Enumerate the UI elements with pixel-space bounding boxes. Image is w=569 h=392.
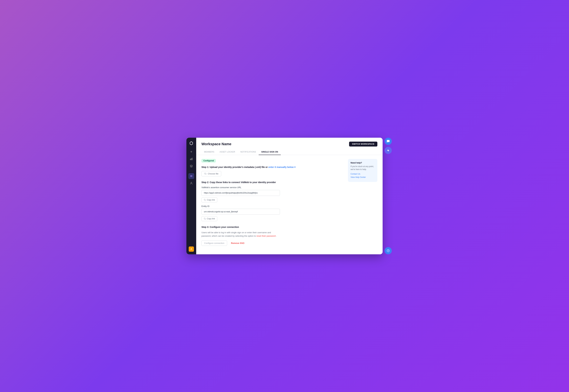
sidebar-item-integrations[interactable] xyxy=(188,173,194,179)
tab-bar: MEMBERS ASSET LOCKER NOTIFICATIONS SINGL… xyxy=(196,149,383,155)
svg-rect-4 xyxy=(192,158,193,160)
tab-single-sign-on[interactable]: SINGLE SIGN ON xyxy=(259,149,281,155)
chat-icon-button[interactable] xyxy=(385,138,392,145)
configured-badge: Configured xyxy=(201,159,216,163)
tab-members[interactable]: MEMBERS xyxy=(201,149,217,155)
page-header: Workspace Name SWITCH WORKSPACE xyxy=(196,138,383,147)
form-area: Configured Step 1: Upload your identity … xyxy=(201,159,344,250)
step3-description: Users will be able to log in with single… xyxy=(201,231,280,238)
consumer-url-field: VidMob's assertion consumer service URL … xyxy=(201,186,344,202)
body-area: Configured Step 1: Upload your identity … xyxy=(196,155,383,254)
sidebar-logo[interactable] xyxy=(188,140,194,146)
step2-title: Step 2: Copy these links to connect VidM… xyxy=(201,181,344,183)
step3-title: Step 3: Configure your connection xyxy=(201,226,344,228)
help-panel: Need help? If you're stuck at any point,… xyxy=(348,159,377,182)
svg-marker-14 xyxy=(387,149,389,152)
sidebar: A xyxy=(186,138,196,254)
step1-title: Step 1: Upload your identity provider's … xyxy=(201,166,344,168)
entity-id-field: Entity ID Copy link xyxy=(201,205,344,221)
copy-icon-2 xyxy=(204,218,206,220)
enter-manually-link[interactable]: enter it manually below xyxy=(268,166,294,168)
help-title: Need help? xyxy=(351,162,375,164)
copy-icon-1 xyxy=(204,199,206,201)
help-description: If you're stuck at any point, we're here… xyxy=(351,165,375,171)
view-help-center-link[interactable]: View Help Center xyxy=(351,176,375,178)
choose-file-button[interactable]: Choose file xyxy=(201,171,221,176)
content-area: Workspace Name SWITCH WORKSPACE MEMBERS … xyxy=(196,138,383,254)
upload-icon xyxy=(204,173,207,175)
step1-section: Step 1: Upload your identity provider's … xyxy=(201,166,344,176)
remove-sso-button[interactable]: Remove SSO xyxy=(230,241,245,246)
step3-actions: Configure connection Remove SSO xyxy=(201,240,344,246)
step3-section: Step 3: Configure your connection Users … xyxy=(201,226,344,246)
sidebar-item-add[interactable] xyxy=(188,149,194,155)
lightning-icon xyxy=(387,149,390,152)
logo-icon xyxy=(189,141,194,146)
sidebar-item-analytics[interactable] xyxy=(188,156,194,162)
switch-workspace-button[interactable]: SWITCH WORKSPACE xyxy=(349,142,377,147)
consumer-url-input[interactable] xyxy=(201,190,280,196)
copy-link-button-1[interactable]: Copy link xyxy=(201,197,217,202)
entity-id-input[interactable] xyxy=(201,209,280,215)
sidebar-divider xyxy=(189,171,194,171)
consumer-url-label: VidMob's assertion consumer service URL xyxy=(201,186,344,189)
svg-point-10 xyxy=(191,182,192,183)
contact-us-link[interactable]: Contact Us xyxy=(351,173,375,175)
reset-password-link[interactable]: reset their password xyxy=(256,235,276,237)
tab-notifications[interactable]: NOTIFICATIONS xyxy=(238,149,259,155)
right-icon-panel xyxy=(385,138,392,154)
sidebar-item-layers[interactable] xyxy=(188,163,194,169)
svg-rect-13 xyxy=(205,219,206,220)
sidebar-item-users[interactable] xyxy=(188,180,194,186)
help-icon-button[interactable] xyxy=(385,247,392,254)
step2-section: Step 2: Copy these links to connect VidM… xyxy=(201,181,344,221)
configure-connection-button[interactable]: Configure connection xyxy=(201,240,227,246)
svg-rect-2 xyxy=(190,159,191,160)
chat-icon xyxy=(387,140,390,143)
page-title: Workspace Name xyxy=(201,142,231,146)
svg-rect-12 xyxy=(205,200,206,201)
svg-rect-3 xyxy=(191,158,192,160)
entity-id-label: Entity ID xyxy=(201,205,344,208)
tab-asset-locker[interactable]: ASSET LOCKER xyxy=(217,149,238,155)
svg-point-8 xyxy=(191,176,191,177)
step1-arrow-icon: ▾ xyxy=(294,166,296,168)
copy-link-button-2[interactable]: Copy link xyxy=(201,216,217,221)
question-icon xyxy=(387,249,390,252)
svg-point-9 xyxy=(192,176,192,177)
lightning-icon-button[interactable] xyxy=(385,147,392,154)
sidebar-avatar[interactable]: A xyxy=(189,246,194,252)
svg-marker-5 xyxy=(190,165,193,166)
svg-point-7 xyxy=(192,175,192,176)
svg-point-6 xyxy=(191,175,191,176)
